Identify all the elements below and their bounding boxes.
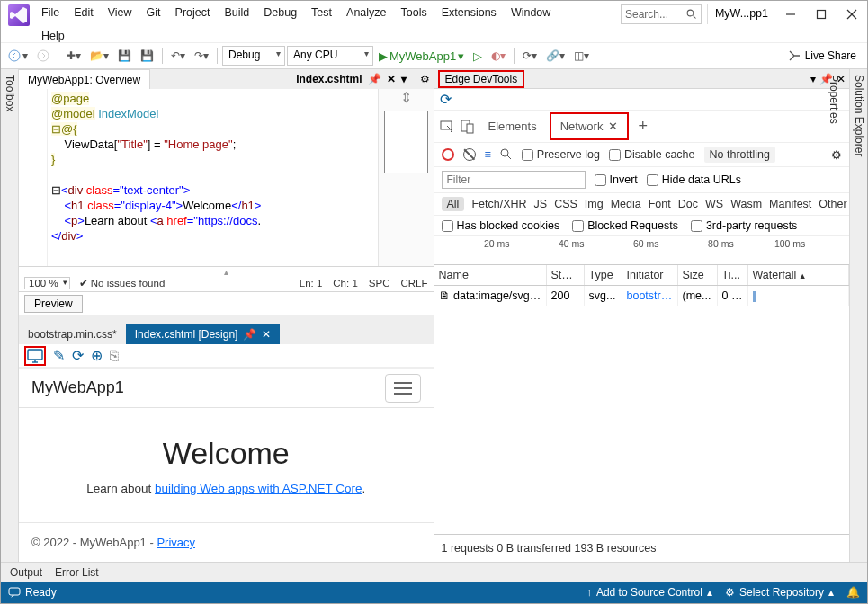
toolbox-tab[interactable]: Toolbox	[1, 69, 19, 562]
nav-fwd-button[interactable]	[33, 48, 53, 64]
menu-tools[interactable]: Tools	[395, 4, 434, 21]
network-timeline[interactable]: 20 ms 40 ms 60 ms 80 ms 100 ms	[434, 236, 850, 265]
filter-icon[interactable]: ≡	[485, 148, 491, 161]
device-icon[interactable]	[460, 119, 476, 135]
save-button[interactable]: 💾	[114, 48, 135, 64]
col-status[interactable]: Stat...	[547, 265, 585, 285]
close-button[interactable]	[837, 3, 867, 26]
search-box[interactable]: Search...	[621, 4, 702, 24]
minimap-thumb[interactable]	[384, 111, 428, 173]
clear-button[interactable]	[463, 148, 476, 161]
code-content[interactable]: @page @model IndexModel ⊟@{ ViewData["Ti…	[48, 89, 378, 266]
pin-icon[interactable]: 📌	[243, 328, 256, 341]
record-button[interactable]	[442, 148, 454, 161]
invert-checkbox[interactable]: Invert	[595, 173, 638, 186]
nav-back-button[interactable]: ▾	[4, 48, 31, 64]
redo-button[interactable]: ↷▾	[191, 48, 212, 64]
properties-tab[interactable]: Properties	[828, 75, 840, 556]
filter-fetchxhr[interactable]: Fetch/XHR	[471, 198, 526, 210]
menu-edit[interactable]: Edit	[67, 4, 100, 21]
hamburger-button[interactable]	[385, 374, 421, 403]
live-share-button[interactable]: Live Share	[788, 49, 864, 62]
code-editor[interactable]: @page @model IndexModel ⊟@{ ViewData["Ti…	[19, 89, 434, 267]
blocked-requests-checkbox[interactable]: Blocked Requests	[572, 219, 678, 232]
close-tab-icon[interactable]: ✕	[262, 328, 271, 341]
reload-icon[interactable]: ⟳	[72, 347, 84, 364]
cell-initiator[interactable]: bootstra...	[622, 286, 678, 306]
col-time[interactable]: Ti...	[718, 265, 748, 285]
tab-overview[interactable]: MyWebApp1: Overview	[19, 69, 150, 89]
maximize-button[interactable]	[806, 3, 837, 26]
throttling-select[interactable]: No throttling	[704, 147, 775, 163]
copy-icon[interactable]: ⎘	[110, 348, 119, 364]
config-combo[interactable]: Debug	[222, 46, 285, 66]
save-all-button[interactable]: 💾	[137, 48, 157, 64]
refresh-devtools-icon[interactable]: ⟳	[440, 91, 452, 108]
close-tab-icon[interactable]: ✕	[387, 73, 396, 85]
start-debug-button[interactable]: ▶ MyWebApp1 ▾	[375, 48, 468, 65]
notifications-icon[interactable]: 🔔	[846, 586, 860, 599]
menu-build[interactable]: Build	[218, 4, 255, 21]
blocked-cookies-checkbox[interactable]: Has blocked cookies	[442, 219, 560, 232]
col-initiator[interactable]: Initiator	[622, 265, 678, 285]
preview-button[interactable]: Preview	[24, 295, 83, 313]
menu-debug[interactable]: Debug	[257, 4, 303, 21]
panel-menu-icon[interactable]: ▾	[810, 73, 816, 85]
add-tab-button[interactable]: +	[632, 117, 653, 136]
undo-button[interactable]: ↶▾	[167, 48, 189, 64]
menu-git[interactable]: Git	[140, 4, 167, 21]
issues-indicator[interactable]: ✔ No issues found	[79, 277, 166, 289]
add-source-control-button[interactable]: ↑ Add to Source Control ▴	[586, 586, 712, 599]
minimap[interactable]: ⇕	[378, 89, 434, 266]
globe-icon[interactable]: ⊕	[91, 347, 103, 364]
pin-icon[interactable]: 📌	[368, 73, 381, 85]
zoom-combo[interactable]: 100 %	[24, 277, 70, 289]
filter-js[interactable]: JS	[534, 198, 548, 210]
splitter-handle[interactable]: ▴	[19, 267, 434, 274]
hot-reload-button[interactable]: ◐▾	[488, 48, 509, 64]
inspect-icon[interactable]	[440, 119, 456, 135]
search-icon[interactable]	[500, 148, 513, 161]
menu-file[interactable]: File	[35, 4, 66, 21]
tab-index-cshtml[interactable]: Index.cshtml 📌 ✕ ▾	[287, 69, 416, 89]
menu-window[interactable]: Window	[505, 4, 557, 21]
hide-data-urls-checkbox[interactable]: Hide data URLs	[647, 173, 741, 186]
start-nodebug-button[interactable]: ▷	[470, 48, 486, 65]
edit-icon[interactable]: ✎	[53, 347, 65, 364]
filter-media[interactable]: Media	[611, 198, 641, 210]
filter-wasm[interactable]: Wasm	[730, 198, 762, 210]
browser-link-button[interactable]: 🔗▾	[542, 48, 568, 64]
select-repository-button[interactable]: ⚙ Select Repository ▴	[725, 586, 834, 599]
preview-privacy-link[interactable]: Privacy	[157, 536, 195, 549]
filter-manifest[interactable]: Manifest	[769, 198, 811, 210]
col-type[interactable]: Type	[585, 265, 622, 285]
preview-brand[interactable]: MyWebApp1	[31, 378, 124, 397]
layout-button[interactable]: ◫▾	[570, 48, 593, 64]
menu-extensions[interactable]: Extensions	[435, 4, 503, 21]
disable-cache-checkbox[interactable]: Disable cache	[609, 148, 695, 161]
device-emulation-button[interactable]	[24, 346, 46, 366]
refresh-button[interactable]: ⟳▾	[519, 48, 541, 64]
third-party-checkbox[interactable]: 3rd-party requests	[691, 219, 797, 232]
tab-elements[interactable]: Elements	[479, 114, 546, 138]
col-name[interactable]: Name	[434, 265, 547, 285]
close-tab-icon[interactable]: ✕	[608, 120, 618, 133]
filter-doc[interactable]: Doc	[678, 198, 698, 210]
table-row[interactable]: 🗎 data:image/svg+x... 200 svg... bootstr…	[434, 286, 850, 306]
filter-img[interactable]: Img	[585, 198, 604, 210]
tab-error-list[interactable]: Error List	[55, 566, 99, 579]
new-item-button[interactable]: ✚▾	[63, 48, 85, 64]
col-size[interactable]: Size	[678, 265, 718, 285]
filter-ws[interactable]: WS	[705, 198, 723, 210]
filter-css[interactable]: CSS	[554, 198, 577, 210]
filter-all[interactable]: All	[442, 197, 465, 211]
chevron-down-icon[interactable]: ▾	[401, 73, 407, 85]
menu-analyze[interactable]: Analyze	[340, 4, 392, 21]
preview-lead-link[interactable]: building Web apps with ASP.NET Core	[155, 482, 362, 495]
tab-index-design[interactable]: Index.cshtml [Design] 📌 ✕	[126, 324, 281, 344]
tab-bootstrap-css[interactable]: bootstrap.min.css*	[19, 324, 126, 344]
open-button[interactable]: 📂▾	[86, 48, 112, 64]
minimize-button[interactable]	[775, 3, 806, 26]
devtools-title[interactable]: Edge DevTools	[438, 70, 525, 88]
filter-input[interactable]	[442, 171, 586, 189]
